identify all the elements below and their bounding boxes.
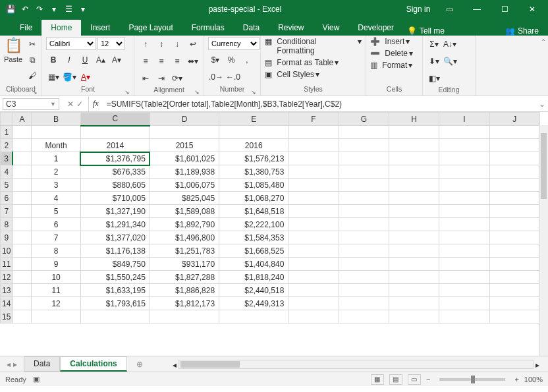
sheet-nav-next-icon[interactable]: ▸ xyxy=(13,360,17,369)
insert-cells-icon[interactable]: ➕ xyxy=(370,37,380,46)
cell[interactable] xyxy=(489,152,539,165)
add-sheet-icon[interactable]: ⊕ xyxy=(132,360,147,369)
cell[interactable]: $849,750 xyxy=(80,258,150,271)
cell[interactable]: $1,291,340 xyxy=(80,218,150,231)
copy-icon[interactable]: ⧉ xyxy=(25,53,40,67)
cell[interactable]: $1,550,245 xyxy=(80,271,150,284)
cell[interactable]: $710,005 xyxy=(80,192,150,205)
cell[interactable] xyxy=(439,218,489,231)
cell[interactable] xyxy=(489,297,539,310)
cell[interactable]: $1,576,213 xyxy=(219,152,288,165)
cell-styles-icon[interactable]: ▣ xyxy=(265,70,272,79)
column-header-D[interactable]: D xyxy=(150,113,219,126)
cell[interactable] xyxy=(288,231,339,244)
format-as-table-button[interactable]: Format as Table xyxy=(277,58,333,67)
cell[interactable]: 7 xyxy=(32,231,80,244)
clipboard-launcher-icon[interactable]: ↘ xyxy=(32,89,38,96)
row-header-8[interactable]: 8 xyxy=(1,218,13,231)
cell[interactable]: $1,818,240 xyxy=(219,271,288,284)
cell[interactable] xyxy=(32,310,80,323)
cell[interactable]: $1,251,783 xyxy=(150,244,219,258)
formula-input[interactable]: =SUMIFS(Table2[Order total],Table2[Month… xyxy=(103,99,536,109)
row-header-9[interactable]: 9 xyxy=(1,231,13,244)
cell[interactable] xyxy=(489,205,539,218)
paste-button[interactable]: Paste xyxy=(4,55,22,63)
spreadsheet-grid[interactable]: ABCDEFGHIJ12Month20142015201631$1,376,79… xyxy=(0,112,548,356)
tab-review[interactable]: Review xyxy=(269,20,313,36)
page-break-view-icon[interactable]: ▭ xyxy=(408,374,421,385)
cell[interactable] xyxy=(389,126,439,139)
cell[interactable]: $1,189,938 xyxy=(150,165,219,179)
cell[interactable] xyxy=(339,297,389,310)
align-bottom-icon[interactable]: ↓ xyxy=(170,37,184,51)
cell[interactable]: $1,648,518 xyxy=(219,205,288,218)
cell[interactable] xyxy=(339,231,389,244)
cell[interactable]: $1,380,753 xyxy=(219,165,288,179)
horizontal-scrollbar[interactable]: ◂▸ xyxy=(178,360,534,369)
row-header-5[interactable]: 5 xyxy=(1,179,13,192)
sheet-tab-calculations[interactable]: Calculations xyxy=(60,356,126,372)
cell[interactable] xyxy=(339,271,389,284)
cell[interactable]: $2,222,100 xyxy=(219,218,288,231)
row-header-15[interactable]: 15 xyxy=(1,310,13,323)
format-as-table-icon[interactable]: ▤ xyxy=(265,58,272,67)
zoom-in-icon[interactable]: + xyxy=(514,376,518,383)
decrease-decimal-icon[interactable]: ←.0 xyxy=(225,70,241,84)
cell[interactable] xyxy=(13,152,32,165)
cell[interactable]: 5 xyxy=(32,205,80,218)
name-box[interactable]: C3▼ xyxy=(3,98,59,110)
cell[interactable] xyxy=(489,310,539,323)
cell[interactable]: $1,327,190 xyxy=(80,205,150,218)
cell[interactable] xyxy=(389,310,439,323)
number-format-select[interactable]: Currency xyxy=(208,37,260,50)
fill-color-icon[interactable]: 🪣▾ xyxy=(62,70,77,84)
cell[interactable] xyxy=(13,205,32,218)
row-header-1[interactable]: 1 xyxy=(1,126,13,139)
cell[interactable] xyxy=(80,126,150,139)
cell[interactable] xyxy=(389,192,439,205)
cell[interactable] xyxy=(489,231,539,244)
cell[interactable] xyxy=(439,205,489,218)
zoom-out-icon[interactable]: − xyxy=(426,376,430,383)
column-header-B[interactable]: B xyxy=(32,113,80,126)
comma-format-icon[interactable]: , xyxy=(240,53,254,67)
cell[interactable] xyxy=(439,231,489,244)
cell[interactable]: $1,601,025 xyxy=(150,152,219,165)
cell[interactable] xyxy=(150,126,219,139)
cell[interactable] xyxy=(489,244,539,258)
cell[interactable] xyxy=(439,258,489,271)
cell[interactable] xyxy=(13,271,32,284)
cell[interactable] xyxy=(439,284,489,297)
cell[interactable] xyxy=(339,179,389,192)
cell[interactable] xyxy=(339,218,389,231)
align-left-icon[interactable]: ≡ xyxy=(138,54,153,69)
tab-data[interactable]: Data xyxy=(234,20,269,36)
cell[interactable] xyxy=(389,284,439,297)
decrease-indent-icon[interactable]: ⇤ xyxy=(138,71,153,86)
accounting-format-icon[interactable]: $▾ xyxy=(208,53,223,67)
cell[interactable] xyxy=(219,126,288,139)
cell[interactable] xyxy=(439,126,489,139)
cell[interactable]: $1,404,840 xyxy=(219,258,288,271)
page-layout-view-icon[interactable]: ▤ xyxy=(389,374,402,385)
cell[interactable]: $1,668,525 xyxy=(219,244,288,258)
row-header-6[interactable]: 6 xyxy=(1,192,13,205)
ribbon-options-icon[interactable]: ▭ xyxy=(436,1,462,17)
cell[interactable] xyxy=(288,218,339,231)
cell[interactable]: $1,377,020 xyxy=(80,231,150,244)
wrap-text-icon[interactable]: ↩ xyxy=(186,37,200,51)
orientation-icon[interactable]: ⟳▾ xyxy=(170,71,184,86)
cell[interactable] xyxy=(389,244,439,258)
format-painter-icon[interactable]: 🖌 xyxy=(25,69,40,83)
close-icon[interactable]: ✕ xyxy=(519,1,545,17)
tab-developer[interactable]: Developer xyxy=(348,20,403,36)
column-header-J[interactable]: J xyxy=(489,113,539,126)
cell[interactable] xyxy=(489,192,539,205)
cell[interactable] xyxy=(489,218,539,231)
cell[interactable]: 11 xyxy=(32,284,80,297)
cell[interactable] xyxy=(219,310,288,323)
cell[interactable]: $1,793,615 xyxy=(80,297,150,310)
cell[interactable] xyxy=(13,126,32,139)
cell[interactable] xyxy=(489,284,539,297)
cell[interactable] xyxy=(389,218,439,231)
